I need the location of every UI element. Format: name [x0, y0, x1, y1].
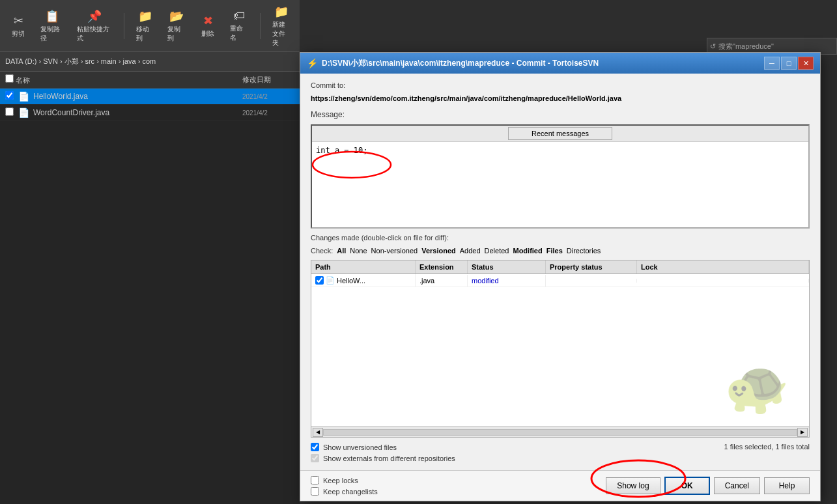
row-filename: HelloW... — [337, 277, 365, 285]
scrollbar-track[interactable] — [323, 429, 797, 436]
footer-buttons: Show log OK Cancel Help — [606, 477, 810, 495]
file-icon-2: 📄 — [18, 107, 29, 118]
row-status: modified — [468, 275, 546, 287]
show-unversioned-checkbox[interactable] — [311, 443, 319, 451]
footer-left: Keep locks Keep changelists — [311, 476, 601, 496]
check-row: Check: All None Non-versioned Versioned … — [311, 247, 810, 255]
select-all-checkbox[interactable] — [5, 74, 14, 83]
toolbar-move[interactable]: 📁 移动到 — [132, 7, 158, 46]
horizontal-scrollbar[interactable]: ◀ ▶ — [311, 427, 809, 437]
file-list: 名称 修改日期 📄 HelloWorld.java 2021/4/2 📄 Wor… — [0, 72, 300, 504]
files-table-header: Path Extension Status Property status Lo… — [311, 260, 809, 274]
show-unversioned-label: Show unversioned files — [323, 443, 397, 451]
show-externals-checkbox[interactable] — [311, 454, 319, 462]
header-extension: Extension — [416, 260, 468, 273]
row-extension: .java — [416, 275, 468, 287]
close-button[interactable]: ✕ — [798, 57, 814, 70]
files-table-body: 📄 HelloW... .java modified 🐢 — [311, 274, 809, 427]
toolbar-delete[interactable]: ✖ 删除 — [195, 11, 221, 41]
keep-changelists-row: Keep changelists — [311, 487, 601, 496]
toolbar-divider — [124, 13, 124, 39]
check-none-link[interactable]: None — [350, 247, 367, 255]
check-directories-link[interactable]: Directories — [567, 247, 601, 255]
recent-messages-button[interactable]: Recent messages — [508, 127, 612, 140]
check-versioned-link[interactable]: Versioned — [421, 247, 456, 255]
row-checkbox[interactable] — [315, 276, 324, 285]
titlebar-left: ⚡ D:\SVN\小郑\src\main\java\com\itzheng\ma… — [307, 58, 599, 69]
table-row[interactable]: 📄 HelloW... .java modified — [311, 274, 809, 287]
check-all-link[interactable]: All — [337, 247, 346, 255]
window-controls: ─ □ ✕ — [764, 57, 814, 70]
header-status: Status — [468, 260, 546, 273]
file-date-2: 2021/4/2 — [242, 109, 294, 117]
commit-dialog: ⚡ D:\SVN\小郑\src\main\java\com\itzheng\ma… — [300, 52, 821, 501]
header-name: 名称 — [5, 74, 242, 85]
paste-shortcut-icon: 📌 — [87, 9, 102, 23]
dialog-body: Commit to: https://zheng/svn/demo/com.it… — [300, 74, 820, 470]
message-textarea[interactable]: int a = 10; — [312, 142, 808, 227]
ok-button[interactable]: OK — [664, 477, 710, 495]
commit-url: https://zheng/svn/demo/com.itzheng/src/m… — [311, 94, 810, 102]
file-list-header: 名称 修改日期 — [0, 72, 300, 89]
toolbar-copy-path[interactable]: 📋 复制路径 — [36, 7, 68, 46]
keep-changelists-label: Keep changelists — [323, 488, 378, 496]
minimize-button[interactable]: ─ — [764, 57, 780, 70]
keep-locks-row: Keep locks — [311, 476, 601, 484]
keep-changelists-checkbox[interactable] — [311, 487, 319, 496]
toolbar-new-folder[interactable]: 📁 新建 文件夹 — [268, 2, 294, 50]
explorer-toolbar: ✂ 剪切 📋 复制路径 📌 粘贴快捷方式 📁 移动到 📂 复制到 ✖ 删除 🏷 … — [0, 0, 300, 52]
toolbar-cut[interactable]: ✂ 剪切 — [5, 11, 31, 41]
toolbar-copy-to[interactable]: 📂 复制到 — [163, 7, 190, 46]
check-modified-link[interactable]: Modified — [513, 247, 542, 255]
show-log-button[interactable]: Show log — [606, 477, 660, 494]
filename-2: WordCountDriver.java — [33, 108, 242, 117]
copy-path-icon: 📋 — [45, 9, 59, 23]
copy-to-icon: 📂 — [169, 9, 184, 23]
header-property-status: Property status — [546, 260, 637, 273]
file-checkbox-1[interactable] — [5, 91, 14, 100]
svn-title-icon: ⚡ — [307, 58, 318, 68]
tortoise-logo: 🐢 — [705, 348, 809, 427]
bottom-row: Show unversioned files Show externals fr… — [311, 443, 810, 462]
dialog-footer: Keep locks Keep changelists Show log OK … — [300, 470, 820, 501]
move-icon: 📁 — [138, 9, 152, 23]
changes-label: Changes made (double-click on file for d… — [311, 234, 810, 242]
cancel-button[interactable]: Cancel — [714, 477, 760, 494]
new-folder-icon: 📁 — [274, 5, 289, 19]
bottom-checkboxes: Show unversioned files Show externals fr… — [311, 443, 455, 462]
help-button[interactable]: Help — [764, 477, 810, 494]
header-lock: Lock — [637, 260, 809, 273]
cut-icon: ✂ — [14, 14, 23, 28]
check-added-link[interactable]: Added — [460, 247, 481, 255]
row-path: 📄 HelloW... — [311, 274, 416, 287]
breadcrumb: DATA (D:) › SVN › 小郑 › src › main › java… — [0, 52, 300, 72]
check-nonversioned-link[interactable]: Non-versioned — [371, 247, 418, 255]
delete-icon: ✖ — [203, 14, 213, 28]
toolbar-paste-shortcut[interactable]: 📌 粘贴快捷方式 — [73, 7, 116, 46]
keep-locks-checkbox[interactable] — [311, 476, 319, 484]
check-files-link[interactable]: Files — [546, 247, 563, 255]
breadcrumb-text: DATA (D:) › SVN › 小郑 › src › main › java… — [5, 57, 156, 66]
scroll-left-btn[interactable]: ◀ — [313, 428, 323, 437]
scroll-right-btn[interactable]: ▶ — [797, 428, 808, 437]
row-lock — [637, 279, 809, 283]
refresh-icon: ↺ — [710, 42, 716, 51]
files-table: Path Extension Status Property status Lo… — [311, 260, 810, 438]
header-date: 修改日期 — [242, 75, 294, 85]
message-label: Message: — [311, 110, 810, 119]
check-label: Check: — [311, 247, 333, 255]
show-externals-row: Show externals from different repositori… — [311, 454, 455, 462]
show-unversioned-row: Show unversioned files — [311, 443, 455, 451]
list-item[interactable]: 📄 HelloWorld.java 2021/4/2 — [0, 89, 300, 105]
show-externals-label: Show externals from different repositori… — [323, 455, 455, 462]
dialog-title: D:\SVN\小郑\src\main\java\com\itzheng\mapr… — [322, 58, 599, 69]
maximize-button[interactable]: □ — [781, 57, 797, 70]
list-item[interactable]: 📄 WordCountDriver.java 2021/4/2 — [0, 105, 300, 121]
toolbar-rename[interactable]: 🏷 重命名 — [226, 7, 252, 45]
file-checkbox-2[interactable] — [5, 107, 14, 116]
keep-locks-label: Keep locks — [323, 477, 358, 484]
filename-1: HelloWorld.java — [33, 92, 242, 101]
check-deleted-link[interactable]: Deleted — [485, 247, 509, 255]
row-property-status — [546, 279, 637, 283]
message-area: Recent messages int a = 10; — [311, 124, 810, 229]
